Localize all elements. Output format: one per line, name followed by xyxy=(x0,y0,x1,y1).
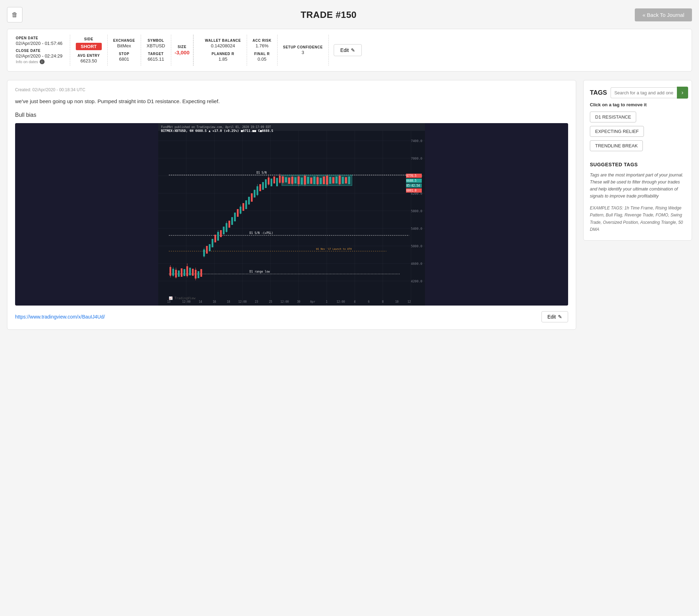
svg-text:4600.0: 4600.0 xyxy=(411,262,422,266)
edit-note-label: Edit xyxy=(547,314,556,320)
svg-rect-73 xyxy=(248,197,250,205)
svg-rect-104 xyxy=(313,176,315,184)
svg-rect-117 xyxy=(345,177,347,183)
svg-rect-58 xyxy=(214,235,216,242)
svg-rect-112 xyxy=(332,177,334,183)
svg-rect-83 xyxy=(271,179,272,186)
edit-trade-button[interactable]: Edit ✎ xyxy=(334,44,362,56)
close-date-label: CLOSE DATE xyxy=(16,49,41,53)
svg-text:25: 25 xyxy=(269,300,272,303)
edit-note-icon: ✎ xyxy=(558,314,562,320)
svg-text:10: 10 xyxy=(395,300,399,303)
svg-text:18: 18 xyxy=(227,300,230,303)
size-value: -3,000 xyxy=(175,49,190,55)
exchange-label: EXCHANGE xyxy=(113,39,135,42)
avg-entry-label: AVG ENTRY xyxy=(78,54,100,58)
setup-confidence-section: SETUP CONFIDENCE 3 xyxy=(278,35,329,66)
tag-search-button[interactable]: › xyxy=(677,87,688,99)
tag-search-wrap: › xyxy=(611,87,688,99)
svg-text:D1 S/N -(+PSL): D1 S/N -(+PSL) xyxy=(249,232,273,235)
tag-chip-expecting-relief[interactable]: EXPECTING RELIEF xyxy=(590,126,644,137)
planned-r-label: PLANNED R xyxy=(212,52,234,56)
wallet-balance-value: 0.14208024 xyxy=(211,43,235,48)
svg-text:8: 8 xyxy=(382,300,384,303)
svg-text:D1 S/N: D1 S/N xyxy=(257,171,267,174)
svg-text:7000.0: 7000.0 xyxy=(411,157,422,160)
svg-rect-113 xyxy=(335,176,338,183)
chevron-right-icon: › xyxy=(681,89,683,96)
svg-text:5400.0: 5400.0 xyxy=(411,227,422,230)
stop-label: STOP xyxy=(119,52,129,56)
acc-risk-section: ACC RISK 1.76% FINAL R 0.05 xyxy=(247,35,278,66)
svg-rect-72 xyxy=(245,200,247,209)
svg-rect-103 xyxy=(310,178,312,184)
svg-rect-78 xyxy=(259,184,261,191)
setup-confidence-value: 3 xyxy=(302,50,304,55)
tag-search-input[interactable] xyxy=(611,87,677,98)
svg-text:4200.0: 4200.0 xyxy=(411,280,422,283)
trash-icon: 🗑 xyxy=(12,11,18,19)
setup-confidence-label: SETUP CONFIDENCE xyxy=(283,45,323,49)
open-date-value: 02/Apr/2020 - 01:57:46 xyxy=(16,41,62,46)
note-card: Created: 02/Apr/2020 - 00:18:34 UTC we'v… xyxy=(7,80,576,330)
svg-rect-85 xyxy=(276,178,278,186)
target-label: TARGET xyxy=(148,52,164,56)
svg-rect-52 xyxy=(200,269,202,277)
wallet-balance-label: WALLET BALANCE xyxy=(205,39,241,42)
svg-text:Apr: Apr xyxy=(310,300,315,303)
tags-header: TAGS › xyxy=(590,87,685,99)
info-on-dates-text: Info on dates xyxy=(16,60,38,64)
edit-trade-label: Edit xyxy=(340,47,349,53)
tags-list: D1 RESISTANCE EXPECTING RELIEF TRENDLINE… xyxy=(590,112,685,155)
exchange-section: EXCHANGE BitMex STOP 6801 xyxy=(108,35,141,66)
svg-rect-108 xyxy=(323,176,325,184)
svg-rect-66 xyxy=(231,217,233,225)
svg-text:30: 30 xyxy=(297,300,300,303)
svg-text:12:00: 12:00 xyxy=(182,300,191,303)
svg-rect-48 xyxy=(192,269,194,276)
svg-text:85-42.54: 85-42.54 xyxy=(406,184,420,187)
suggested-tags-section: SUGGESTED TAGS Tags are the most importa… xyxy=(590,162,685,233)
open-date-label: OPEN DATE xyxy=(16,36,38,40)
svg-rect-44 xyxy=(184,269,185,276)
delete-button[interactable]: 🗑 xyxy=(7,7,22,22)
side-value: SHORT xyxy=(76,43,102,50)
svg-text:W1 Nov '17 Launch to ATH: W1 Nov '17 Launch to ATH xyxy=(316,248,352,250)
tag-chip-trendline-break[interactable]: TRENDLINE BREAK xyxy=(590,140,643,151)
svg-rect-107 xyxy=(320,178,322,184)
svg-rect-79 xyxy=(262,182,264,190)
svg-text:12: 12 xyxy=(407,300,411,303)
note-created: Created: 02/Apr/2020 - 00:18:34 UTC xyxy=(15,87,568,92)
acc-risk-label: ACC RISK xyxy=(253,39,272,42)
suggested-tags-description: Tags are the most important part of your… xyxy=(590,172,685,200)
right-section: WALLET BALANCE 0.14208024 PLANNED R 1.85… xyxy=(193,35,362,66)
trade-info-bar: OPEN DATE 02/Apr/2020 - 01:57:46 CLOSE D… xyxy=(7,29,692,72)
svg-text:1: 1 xyxy=(326,300,328,303)
tags-click-hint: Click on a tag to remove it xyxy=(590,102,685,107)
svg-rect-118 xyxy=(348,176,350,184)
svg-rect-57 xyxy=(212,239,213,247)
svg-text:6: 6 xyxy=(368,300,370,303)
svg-rect-99 xyxy=(301,178,303,185)
svg-text:7400.0: 7400.0 xyxy=(411,139,422,143)
svg-rect-92 xyxy=(285,177,287,182)
suggested-tags-title: SUGGESTED TAGS xyxy=(590,162,685,167)
tag-chip-d1-resistance[interactable]: D1 RESISTANCE xyxy=(590,112,636,122)
size-label: SIZE xyxy=(178,45,186,49)
svg-text:6776.5: 6776.5 xyxy=(406,174,417,178)
stop-value: 6801 xyxy=(119,56,129,62)
svg-text:12:00: 12:00 xyxy=(280,300,289,303)
suggested-tags-examples: EXAMPLE TAGS: 1h Time Frame, Rising Wedg… xyxy=(590,205,685,233)
info-on-dates[interactable]: Info on dates i xyxy=(16,59,45,64)
svg-rect-56 xyxy=(209,244,211,251)
svg-text:5800.0: 5800.0 xyxy=(411,209,422,213)
edit-note-button[interactable]: Edit ✎ xyxy=(541,311,568,322)
chart-link[interactable]: https://www.tradingview.com/x/BauIJ4Ud/ xyxy=(15,314,105,320)
note-footer: https://www.tradingview.com/x/BauIJ4Ud/ … xyxy=(15,311,568,322)
chart-image: 7400.0 7000.0 6600.0 6200.0 5800.0 5400.… xyxy=(15,123,568,306)
back-to-journal-button[interactable]: « Back To Journal xyxy=(635,8,692,21)
avg-entry-value: 6623.50 xyxy=(80,58,97,63)
svg-rect-55 xyxy=(206,246,208,254)
symbol-label: SYMBOL xyxy=(148,39,164,42)
edit-section: Edit ✎ xyxy=(329,35,362,66)
